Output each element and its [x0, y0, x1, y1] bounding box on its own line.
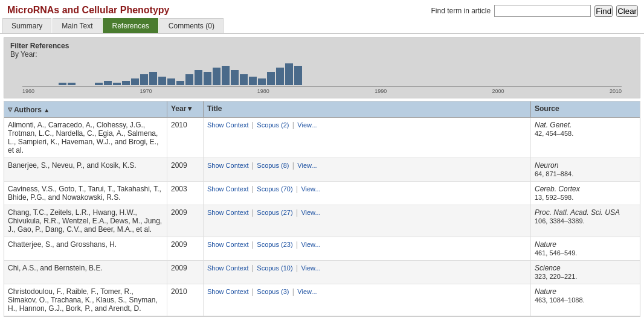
td-authors: Alimonti, A., Carracedo, A., Clohessy, J…: [4, 118, 167, 158]
tab-references[interactable]: References: [103, 18, 158, 33]
td-links: Show Context | Scopus (70) | View...: [204, 182, 531, 205]
table-row: Banerjee, S., Neveu, P., and Kosik, K.S.…: [4, 158, 640, 182]
scopus-link[interactable]: Scopus (70): [257, 185, 292, 193]
scopus-link[interactable]: Scopus (23): [257, 241, 292, 248]
separator: |: [252, 208, 254, 217]
view-link[interactable]: View...: [297, 288, 317, 295]
table-row: Christodoulou, F., Raible, F., Tomer, R.…: [4, 284, 640, 316]
show-context-link[interactable]: Show Context: [207, 121, 248, 129]
year-axis: 1960 1970 1980 1990 2000 2010: [22, 86, 622, 94]
view-link[interactable]: View...: [297, 121, 317, 129]
source-name: Nat. Genet.: [535, 121, 572, 129]
filter-icon[interactable]: ▿: [8, 104, 12, 114]
source-detail: 64, 871–884.: [535, 170, 573, 177]
scopus-link[interactable]: Scopus (3): [257, 288, 289, 295]
td-year: 2009: [167, 158, 204, 181]
show-context-link[interactable]: Show Context: [207, 185, 248, 193]
clear-button[interactable]: Clear: [616, 5, 638, 17]
chart-bar: [113, 83, 121, 85]
th-source: Source: [531, 101, 640, 117]
view-link[interactable]: View...: [297, 162, 317, 169]
find-label: Find term in article: [431, 7, 491, 15]
separator: |: [292, 161, 294, 170]
td-authors: Caviness, V.S., Goto, T., Tarui, T., Tak…: [4, 182, 167, 205]
find-input[interactable]: [494, 5, 591, 17]
year-chart[interactable]: 1960 1970 1980 1990 2000 2010: [10, 59, 634, 94]
chart-bar: [104, 81, 112, 85]
separator: |: [296, 185, 298, 193]
view-link[interactable]: View...: [301, 241, 320, 248]
table-row: Chatterjee, S., and Grosshans, H. 2009 S…: [4, 237, 640, 261]
chart-bar: [285, 63, 293, 85]
tab-summary[interactable]: Summary: [2, 18, 51, 33]
th-title: Title: [204, 101, 531, 117]
scopus-link[interactable]: Scopus (27): [257, 209, 292, 216]
chart-bar: [140, 74, 148, 85]
chart-bar: [95, 83, 103, 85]
chart-bar: [276, 68, 284, 85]
scopus-link[interactable]: Scopus (2): [257, 121, 289, 129]
chart-bar: [158, 77, 166, 85]
th-year-label: Year: [171, 104, 186, 113]
td-year: 2009: [167, 205, 204, 237]
scopus-link[interactable]: Scopus (10): [257, 264, 292, 272]
source-name: Proc. Natl. Acad. Sci. USA: [535, 208, 620, 217]
td-authors: Chatterjee, S., and Grosshans, H.: [4, 237, 167, 260]
find-button[interactable]: Find: [594, 5, 613, 17]
source-detail: 463, 1084–1088.: [535, 296, 585, 304]
source-name: Cereb. Cortex: [535, 185, 580, 193]
chart-bar: [167, 78, 175, 85]
td-authors: Christodoulou, F., Raible, F., Tomer, R.…: [4, 284, 167, 316]
td-source: Cereb. Cortex 13, 592–598.: [531, 182, 640, 205]
sort-icon[interactable]: ▲: [43, 107, 50, 113]
table-body: Alimonti, A., Carracedo, A., Clohessy, J…: [4, 118, 640, 316]
separator: |: [252, 240, 254, 249]
td-source: Science 323, 220–221.: [531, 261, 640, 284]
chart-bar: [231, 70, 239, 85]
separator: |: [252, 161, 254, 170]
show-context-link[interactable]: Show Context: [207, 209, 248, 216]
td-year: 2003: [167, 182, 204, 205]
chart-bar: [176, 81, 184, 85]
td-links: Show Context | Scopus (23) | View...: [204, 237, 531, 260]
chart-bar: [213, 68, 221, 85]
separator: |: [252, 264, 254, 272]
show-context-link[interactable]: Show Context: [207, 264, 248, 272]
filter-title: Filter References: [10, 42, 634, 50]
table-row: Alimonti, A., Carracedo, A., Clohessy, J…: [4, 118, 640, 158]
separator: |: [252, 185, 254, 193]
td-links: Show Context | Scopus (3) | View...: [204, 284, 531, 316]
separator: |: [252, 121, 254, 129]
source-detail: 106, 3384–3389.: [535, 217, 585, 225]
chart-bar: [258, 78, 266, 85]
td-authors: Chang, T.C., Zeitels, L.R., Hwang, H.W.,…: [4, 205, 167, 237]
source-detail: 323, 220–221.: [535, 273, 577, 280]
chart-bar: [59, 83, 66, 85]
th-authors: ▿ Authors ▲: [4, 101, 167, 117]
source-detail: 461, 546–549.: [535, 249, 577, 257]
chart-bar: [149, 72, 157, 85]
chart-bars[interactable]: [22, 61, 622, 85]
show-context-link[interactable]: Show Context: [207, 162, 248, 169]
td-source: Nat. Genet. 42, 454–458.: [531, 118, 640, 158]
tab-comments[interactable]: Comments (0): [159, 18, 224, 33]
td-year: 2010: [167, 118, 204, 158]
tab-bar: Summary Main Text References Comments (0…: [0, 18, 644, 34]
view-link[interactable]: View...: [301, 264, 320, 272]
separator: |: [296, 208, 298, 217]
view-link[interactable]: View...: [301, 209, 320, 216]
chart-bar: [204, 72, 211, 85]
td-links: Show Context | Scopus (8) | View...: [204, 158, 531, 181]
source-name: Nature: [535, 240, 556, 249]
view-link[interactable]: View...: [301, 185, 320, 193]
tab-main-text[interactable]: Main Text: [53, 18, 101, 33]
scopus-link[interactable]: Scopus (8): [257, 162, 289, 169]
show-context-link[interactable]: Show Context: [207, 241, 248, 248]
td-source: Proc. Natl. Acad. Sci. USA 106, 3384–338…: [531, 205, 640, 237]
show-context-link[interactable]: Show Context: [207, 288, 248, 295]
th-authors-label: Authors: [14, 106, 42, 114]
references-table: ▿ Authors ▲ Year▼ Title Source Alimonti,…: [4, 101, 640, 317]
source-name: Neuron: [535, 161, 558, 170]
filter-by-year-label: By Year:: [10, 50, 634, 59]
td-links: Show Context | Scopus (10) | View...: [204, 261, 531, 284]
